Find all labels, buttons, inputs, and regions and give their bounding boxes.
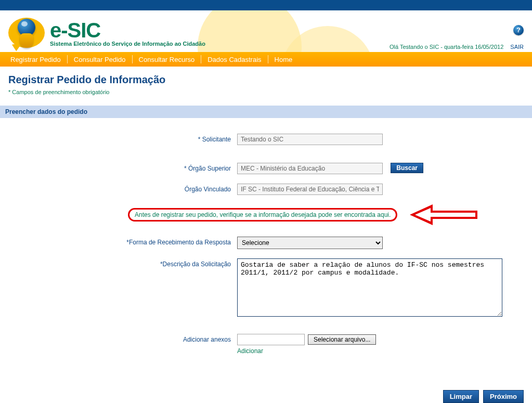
label-orgao-vinculado: Órgão Vinculado xyxy=(8,184,237,193)
label-solicitante: * Solicitante xyxy=(8,134,237,143)
brand-subtitle: Sistema Eletrônico do Serviço de Informa… xyxy=(50,41,205,47)
page-title: Registrar Pedido de Informação xyxy=(8,74,524,86)
logout-link[interactable]: SAIR xyxy=(510,44,524,50)
nav-registrar-pedido[interactable]: Registrar Pedido xyxy=(4,56,67,63)
required-note: * Campos de preenchimento obrigatório xyxy=(8,89,524,95)
nav-consultar-recurso[interactable]: Consultar Recurso xyxy=(133,56,201,63)
nav-dados-cadastrais[interactable]: Dados Cadastrais xyxy=(201,56,267,63)
label-descricao: *Descrição da Solicitação xyxy=(8,258,237,268)
brand-title: e-SIC xyxy=(50,20,205,41)
top-bar xyxy=(0,0,532,10)
verify-info-link[interactable]: Antes de registrar seu pedido, verifique… xyxy=(128,208,397,222)
proximo-button[interactable]: Próximo xyxy=(483,390,524,403)
orgao-vinculado-input xyxy=(237,184,383,195)
solicitante-input xyxy=(237,134,383,145)
descricao-textarea[interactable] xyxy=(237,258,502,317)
limpar-button[interactable]: Limpar xyxy=(443,390,479,403)
header: e-SIC Sistema Eletrônico do Serviço de I… xyxy=(0,10,532,52)
nav-bar: Registrar Pedido Consultar Pedido Consul… xyxy=(0,52,532,67)
label-orgao-superior: * Órgão Superior xyxy=(8,163,237,172)
label-anexos: Adicionar anexos xyxy=(8,334,237,343)
greeting: Olá Testando o SIC - quarta-feira 16/05/… xyxy=(390,44,524,50)
section-title: Preencher dados do pedido xyxy=(0,106,532,118)
help-icon[interactable]: ? xyxy=(513,25,524,35)
select-file-button[interactable]: Selecionar arquivo... xyxy=(308,334,376,345)
buscar-button[interactable]: Buscar xyxy=(391,163,423,173)
forma-recebimento-select[interactable]: Selecione xyxy=(237,237,383,249)
nav-home[interactable]: Home xyxy=(268,56,299,63)
add-attachment-link[interactable]: Adicionar xyxy=(237,347,263,355)
orgao-superior-input xyxy=(237,163,383,174)
greeting-text: Olá Testando o SIC - quarta-feira 16/05/… xyxy=(390,44,503,50)
file-name-box xyxy=(237,334,305,345)
info-bubble-icon xyxy=(8,15,46,52)
nav-consultar-pedido[interactable]: Consultar Pedido xyxy=(68,56,132,63)
arrow-annotation-icon xyxy=(410,204,483,225)
label-forma-recebimento: *Forma de Recebimento da Resposta xyxy=(8,237,237,246)
